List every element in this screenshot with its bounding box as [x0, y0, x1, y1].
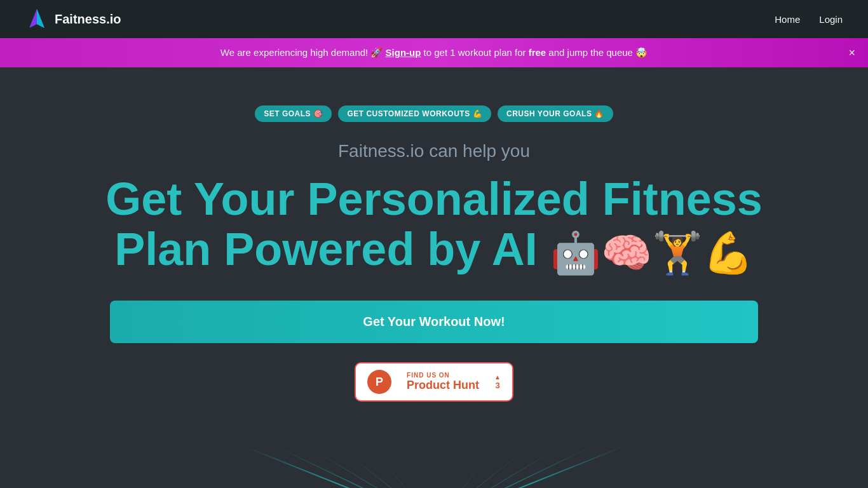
svg-marker-1 [37, 9, 44, 28]
banner-close-button[interactable]: × [848, 46, 855, 60]
banner-text: We are experiencing high demand! 🚀 Sign-… [220, 47, 648, 58]
svg-line-9 [434, 446, 529, 488]
product-hunt-text: FIND US ON Product Hunt [407, 372, 479, 392]
nav-login[interactable]: Login [819, 14, 843, 25]
announcement-banner: We are experiencing high demand! 🚀 Sign-… [0, 38, 868, 67]
product-hunt-badge[interactable]: P FIND US ON Product Hunt ▲ 3 [355, 362, 513, 402]
glow-lines-svg [243, 446, 625, 488]
logo-icon [25, 8, 48, 30]
main-content: SET GOALS 🎯 GET CUSTOMIZED WORKOUTS 💪 CR… [0, 67, 868, 427]
step-badges: SET GOALS 🎯 GET CUSTOMIZED WORKOUTS 💪 CR… [255, 105, 613, 122]
svg-line-2 [243, 446, 434, 488]
banner-text-before: We are experiencing high demand! 🚀 [220, 47, 386, 58]
product-hunt-votes: ▲ 3 [494, 374, 501, 390]
svg-line-6 [307, 446, 434, 488]
navbar: Faitness.io Home Login [0, 0, 868, 38]
svg-line-11 [434, 446, 498, 488]
nav-links: Home Login [775, 14, 843, 25]
logo-text: Faitness.io [55, 12, 121, 27]
badge-crush-goals[interactable]: CRUSH YOUR GOALS 🔥 [498, 105, 613, 122]
product-hunt-logo: P [367, 370, 391, 394]
cta-button[interactable]: Get Your Workout Now! [110, 301, 758, 343]
hero-line2: Plan Powered by AI [114, 224, 538, 274]
hero-subtitle: Faitness.io can help you [338, 141, 530, 161]
hero-headline: Get Your Personalized Fitness Plan Power… [105, 174, 763, 275]
badge-get-workouts[interactable]: GET CUSTOMIZED WORKOUTS 💪 [338, 105, 491, 122]
nav-home[interactable]: Home [775, 14, 800, 25]
product-hunt-name: Product Hunt [407, 379, 479, 392]
logo[interactable]: Faitness.io [25, 8, 121, 30]
svg-line-4 [275, 446, 434, 488]
product-hunt-find-us: FIND US ON [407, 372, 479, 379]
hero-emojis: 🤖🧠🏋️💪 [550, 230, 754, 276]
hero-line1: Get Your Personalized Fitness [105, 173, 763, 224]
banner-bold-text: free [529, 47, 546, 58]
svg-line-7 [434, 446, 561, 488]
banner-text-middle: to get 1 workout plan for [421, 47, 528, 58]
banner-signup-link[interactable]: Sign-up [386, 47, 421, 58]
product-hunt-arrow: ▲ [494, 374, 501, 381]
svg-line-5 [434, 446, 593, 488]
svg-line-10 [370, 446, 434, 488]
svg-line-8 [339, 446, 434, 488]
product-hunt-vote-count: 3 [495, 381, 499, 390]
bottom-visual [0, 446, 868, 488]
svg-line-3 [434, 446, 625, 488]
badge-set-goals[interactable]: SET GOALS 🎯 [255, 105, 332, 122]
banner-text-end: and jump the queue 🤯 [546, 47, 648, 58]
